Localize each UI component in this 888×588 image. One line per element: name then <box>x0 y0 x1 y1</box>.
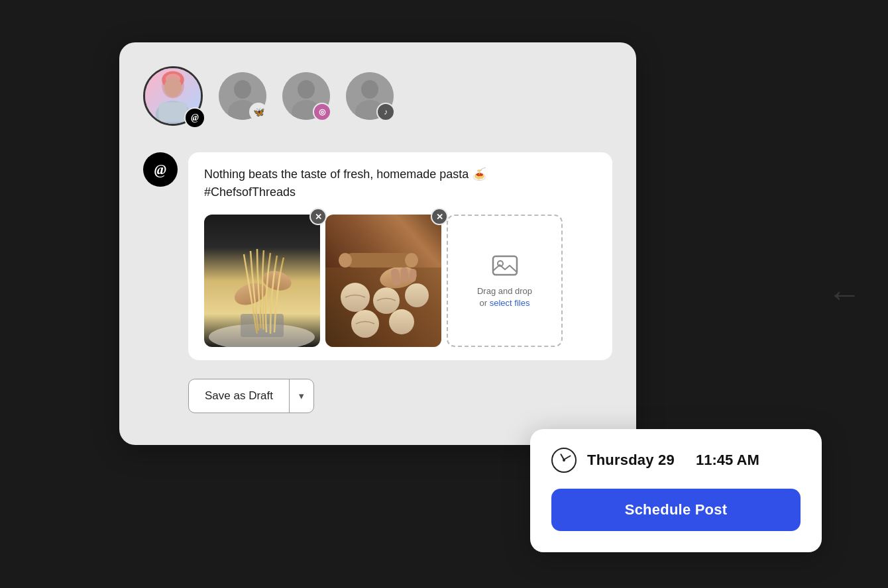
platform-tiktok[interactable]: ♪ <box>346 72 394 120</box>
close-image-2-button[interactable]: ✕ <box>431 208 448 225</box>
schedule-post-button[interactable]: Schedule Post <box>551 489 801 531</box>
svg-rect-35 <box>493 256 517 275</box>
svg-point-30 <box>341 283 370 312</box>
svg-point-8 <box>234 80 251 99</box>
clock-center-dot <box>563 459 565 462</box>
save-draft-dropdown-arrow[interactable]: ▾ <box>290 379 313 413</box>
post-area: @ Nothing beats the taste of fresh, home… <box>143 152 612 360</box>
svg-rect-20 <box>241 314 284 337</box>
svg-point-29 <box>405 253 418 268</box>
svg-point-34 <box>389 309 414 334</box>
schedule-day: Thursday 29 <box>587 452 675 469</box>
dumplings-image <box>325 215 441 347</box>
save-draft-label: Save as Draft <box>189 379 290 413</box>
pasta-image-1 <box>204 215 320 347</box>
schedule-time: 11:45 AM <box>696 452 759 469</box>
clock-icon <box>551 448 577 473</box>
platform-twitter[interactable]: 🦋 <box>219 72 266 120</box>
svg-rect-6 <box>159 102 188 122</box>
image-2-inner <box>325 215 441 347</box>
platforms-row: @ 🦋 <box>143 66 612 126</box>
svg-point-32 <box>405 283 429 307</box>
scene: @ 🦋 <box>80 29 808 559</box>
post-text: Nothing beats the taste of fresh, homema… <box>204 166 596 201</box>
bottom-bar: Save as Draft ▾ <box>143 379 612 413</box>
active-avatar[interactable]: @ <box>143 66 203 126</box>
svg-point-4 <box>164 77 182 97</box>
image-slot-1: ✕ <box>204 215 320 347</box>
post-content-box: Nothing beats the taste of fresh, homema… <box>188 152 612 360</box>
schedule-popup: Thursday 29 11:45 AM Schedule Post <box>530 429 822 552</box>
image-1-inner <box>204 215 320 347</box>
upload-text: Drag and drop or select files <box>477 285 532 309</box>
save-draft-button[interactable]: Save as Draft ▾ <box>188 379 314 413</box>
back-arrow: ← <box>827 274 861 314</box>
close-image-1-button[interactable]: ✕ <box>309 208 327 225</box>
upload-slot[interactable]: Drag and drop or select files <box>447 215 563 347</box>
schedule-time-row: Thursday 29 11:45 AM <box>551 448 801 473</box>
svg-point-33 <box>351 310 379 338</box>
image-slot-2: ✕ <box>325 215 441 347</box>
svg-rect-25 <box>400 268 409 283</box>
svg-rect-27 <box>345 253 412 268</box>
instagram-badge: ◎ <box>313 103 331 121</box>
svg-point-11 <box>298 80 315 99</box>
tiktok-badge: ♪ <box>376 103 395 121</box>
twitter-badge: 🦋 <box>249 103 268 121</box>
post-avatar: @ <box>143 152 178 187</box>
images-row: ✕ <box>204 215 596 347</box>
svg-point-14 <box>361 80 378 99</box>
upload-image-icon <box>492 252 518 279</box>
main-card: @ 🦋 <box>119 42 636 445</box>
platform-instagram[interactable]: ◎ <box>282 72 330 120</box>
select-files-link[interactable]: select files <box>490 298 530 308</box>
threads-badge: @ <box>184 107 205 128</box>
svg-point-28 <box>339 253 352 268</box>
